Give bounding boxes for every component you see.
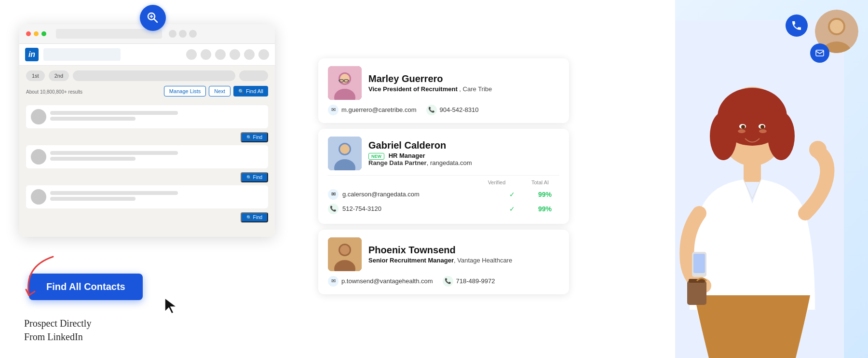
card-header-marley: Marley Guerrero Vice President of Recrui… bbox=[328, 66, 559, 100]
dot-green bbox=[41, 31, 46, 36]
contact-details-phoenix: ✉ p.townsend@vantagehealth.com 📞 718-489… bbox=[328, 276, 559, 287]
find-button-3[interactable]: 🔍 Find bbox=[241, 212, 268, 222]
email-bubble bbox=[810, 43, 829, 63]
avatar-placeholder-2 bbox=[31, 149, 46, 165]
linkedin-nav-dots bbox=[186, 49, 269, 60]
right-section bbox=[675, 0, 868, 358]
center-section: Marley Guerrero Vice President of Recrui… bbox=[299, 0, 675, 358]
card-info-marley: Marley Guerrero Vice President of Recrui… bbox=[368, 73, 492, 93]
card-name-phoenix: Phoenix Townsend bbox=[368, 245, 512, 256]
svg-point-32 bbox=[710, 112, 737, 160]
filter-chip-connections[interactable]: 1st bbox=[26, 70, 45, 81]
verified-table-gabriel: Verified Total AI ✉ g.calerson@rangedata… bbox=[328, 175, 559, 216]
svg-point-33 bbox=[768, 112, 795, 160]
email-value-marley: m.guerrero@caretribe.com bbox=[341, 106, 417, 113]
card-title-marley: Vice President of Recruitment , Care Tri… bbox=[368, 85, 492, 93]
find-all-button[interactable]: 🔍 Find All bbox=[233, 86, 268, 96]
linkedin-logo: in bbox=[25, 48, 39, 61]
next-button[interactable]: Next bbox=[209, 86, 231, 96]
verified-email-value: g.calerson@rangedata.com bbox=[342, 191, 494, 198]
verified-phone-icon: 📞 bbox=[328, 204, 339, 214]
email-icon-marley: ✉ bbox=[328, 105, 339, 115]
red-arrow-annotation bbox=[14, 252, 72, 310]
email-check-gabriel: ✓ bbox=[498, 191, 527, 198]
card-header-gabriel: Gabriel Calderon NEW HR Manager Range Da… bbox=[328, 137, 559, 170]
results-count: About 10,800,800+ results bbox=[26, 89, 82, 95]
dot-yellow bbox=[34, 31, 39, 36]
card-name-gabriel: Gabriel Calderon bbox=[368, 140, 472, 151]
cursor-icon bbox=[164, 297, 178, 316]
svg-point-34 bbox=[738, 129, 746, 133]
linkedin-contact-row-1 bbox=[26, 105, 268, 128]
phone-ai-gabriel: 99% bbox=[530, 205, 559, 213]
filter-bar: 1st 2nd bbox=[26, 70, 268, 81]
left-section: in 1st 2nd bbox=[0, 0, 299, 358]
woman-photo bbox=[675, 20, 844, 358]
contact-info-3 bbox=[50, 191, 263, 203]
svg-point-17 bbox=[340, 144, 350, 154]
linkedin-content: 1st 2nd About 10,800,800+ results Manage… bbox=[19, 66, 275, 237]
svg-rect-40 bbox=[744, 163, 761, 182]
filter-chip-2nd[interactable]: 2nd bbox=[49, 70, 69, 81]
avatar-gabriel bbox=[328, 137, 362, 170]
card-name-marley: Marley Guerrero bbox=[368, 73, 492, 84]
manage-lists-button[interactable]: Manage Lists bbox=[164, 86, 206, 96]
search-icon-button[interactable] bbox=[140, 5, 166, 31]
phone-detail-marley: 📞 904-542-8310 bbox=[426, 105, 479, 115]
contact-card-gabriel: Gabriel Calderon NEW HR Manager Range Da… bbox=[318, 129, 569, 224]
svg-point-22 bbox=[340, 245, 350, 255]
contact-info-2 bbox=[50, 151, 263, 163]
phone-value-marley: 904-542-8310 bbox=[440, 106, 479, 113]
dot-red bbox=[26, 31, 31, 36]
find-button-2[interactable]: 🔍 Find bbox=[241, 172, 268, 182]
main-container: in 1st 2nd bbox=[0, 0, 868, 358]
verified-email-icon: ✉ bbox=[328, 189, 339, 200]
svg-rect-23 bbox=[816, 50, 824, 56]
phone-check-gabriel: ✓ bbox=[498, 205, 527, 213]
phone-icon-marley: 📞 bbox=[426, 105, 437, 115]
email-icon-phoenix: ✉ bbox=[328, 276, 339, 287]
svg-point-27 bbox=[830, 20, 843, 33]
svg-point-38 bbox=[741, 125, 745, 129]
phone-icon-phoenix: 📞 bbox=[443, 276, 453, 287]
verified-header: Verified Total AI bbox=[328, 179, 559, 185]
browser-addressbar bbox=[56, 29, 162, 39]
svg-line-1 bbox=[154, 19, 158, 23]
linkedin-contact-row-2 bbox=[26, 145, 268, 168]
action-buttons: Manage Lists Next 🔍 Find All bbox=[164, 86, 268, 96]
card-info-phoenix: Phoenix Townsend Senior Recruitment Mana… bbox=[368, 245, 512, 264]
phone-value-phoenix: 718-489-9972 bbox=[456, 277, 495, 285]
email-value-phoenix: p.townsend@vantagehealth.com bbox=[341, 277, 433, 285]
phone-detail-phoenix: 📞 718-489-9972 bbox=[443, 276, 495, 287]
phone-call-bubble bbox=[786, 14, 808, 37]
contact-card-phoenix: Phoenix Townsend Senior Recruitment Mana… bbox=[318, 230, 569, 294]
total-ai-col-label: Total AI bbox=[526, 179, 555, 185]
svg-point-39 bbox=[760, 125, 764, 129]
linkedin-header: in bbox=[19, 44, 275, 66]
card-company-gabriel: Range Data Partner, rangedata.com bbox=[368, 159, 472, 166]
linkedin-searchbar bbox=[43, 48, 121, 61]
svg-point-43 bbox=[809, 141, 827, 158]
avatar-placeholder-1 bbox=[31, 109, 46, 124]
verified-phone-value: 512-754-3120 bbox=[342, 205, 494, 212]
avatar-placeholder-3 bbox=[31, 189, 46, 205]
avatar-phoenix bbox=[328, 237, 362, 271]
verified-col-label: Verified bbox=[482, 179, 511, 185]
card-title-gabriel: NEW HR Manager bbox=[368, 152, 472, 159]
company-url-gabriel: , rangedata.com bbox=[427, 159, 472, 166]
contact-details-marley: ✉ m.guerrero@caretribe.com 📞 904-542-831… bbox=[328, 105, 559, 115]
contact-card-marley: Marley Guerrero Vice President of Recrui… bbox=[318, 58, 569, 123]
svg-point-35 bbox=[759, 129, 767, 133]
email-ai-gabriel: 99% bbox=[530, 191, 559, 198]
avatar-marley bbox=[328, 66, 362, 100]
find-button-1[interactable]: 🔍 Find bbox=[241, 132, 268, 142]
find-all-icon: 🔍 bbox=[238, 89, 244, 94]
verified-row-phone-gabriel: 📞 512-754-3120 ✓ 99% bbox=[328, 202, 559, 216]
script-annotation: Prospect Directly From LinkedIn bbox=[24, 317, 91, 344]
linkedin-contact-row-3 bbox=[26, 185, 268, 208]
card-header-phoenix: Phoenix Townsend Senior Recruitment Mana… bbox=[328, 237, 559, 271]
verified-row-email-gabriel: ✉ g.calerson@rangedata.com ✓ 99% bbox=[328, 187, 559, 202]
contact-info-1 bbox=[50, 111, 263, 123]
new-badge-gabriel: NEW bbox=[368, 153, 384, 160]
card-info-gabriel: Gabriel Calderon NEW HR Manager Range Da… bbox=[368, 140, 472, 166]
